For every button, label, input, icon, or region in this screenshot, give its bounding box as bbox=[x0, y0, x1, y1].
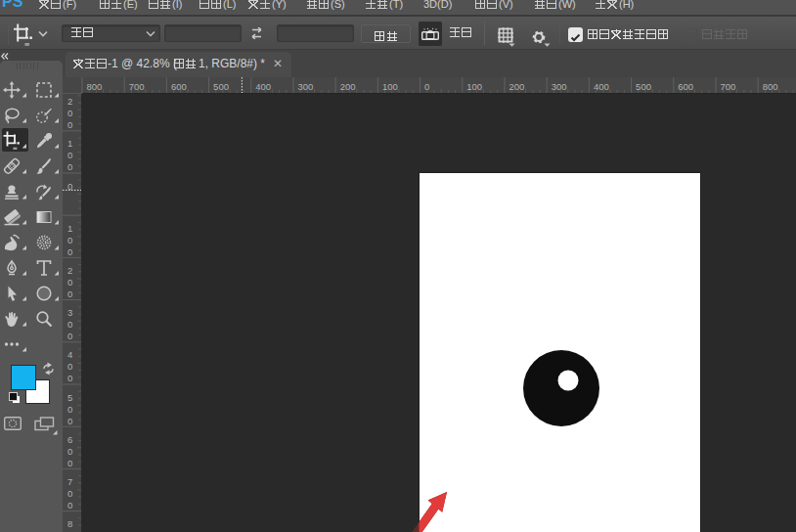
svg-text:0: 0 bbox=[67, 488, 72, 499]
svg-text:0: 0 bbox=[67, 361, 72, 372]
svg-text:2: 2 bbox=[67, 265, 72, 276]
svg-text:7: 7 bbox=[67, 476, 72, 487]
svg-text:0: 0 bbox=[67, 246, 72, 257]
svg-text:0: 0 bbox=[67, 319, 72, 330]
svg-text:0: 0 bbox=[67, 235, 72, 245]
svg-text:0: 0 bbox=[67, 288, 72, 299]
svg-text:0: 0 bbox=[67, 150, 72, 160]
svg-text:0: 0 bbox=[67, 500, 72, 510]
svg-text:2: 2 bbox=[67, 96, 72, 107]
svg-text:0: 0 bbox=[67, 181, 72, 192]
svg-text:0: 0 bbox=[67, 373, 72, 383]
svg-text:5: 5 bbox=[67, 392, 72, 403]
svg-text:0: 0 bbox=[67, 119, 72, 130]
svg-text:0: 0 bbox=[67, 161, 72, 172]
svg-text:0: 0 bbox=[67, 446, 72, 457]
svg-text:0: 0 bbox=[67, 331, 72, 341]
svg-text:0: 0 bbox=[67, 404, 72, 415]
svg-text:8: 8 bbox=[67, 518, 72, 529]
svg-text:1: 1 bbox=[67, 138, 72, 149]
svg-text:0: 0 bbox=[67, 277, 72, 288]
svg-text:3: 3 bbox=[67, 307, 72, 318]
svg-text:1: 1 bbox=[67, 223, 72, 234]
svg-text:0: 0 bbox=[67, 458, 72, 468]
svg-text:4: 4 bbox=[67, 349, 72, 360]
svg-text:6: 6 bbox=[67, 434, 72, 445]
svg-text:0: 0 bbox=[67, 416, 72, 426]
svg-text:0: 0 bbox=[67, 108, 72, 118]
